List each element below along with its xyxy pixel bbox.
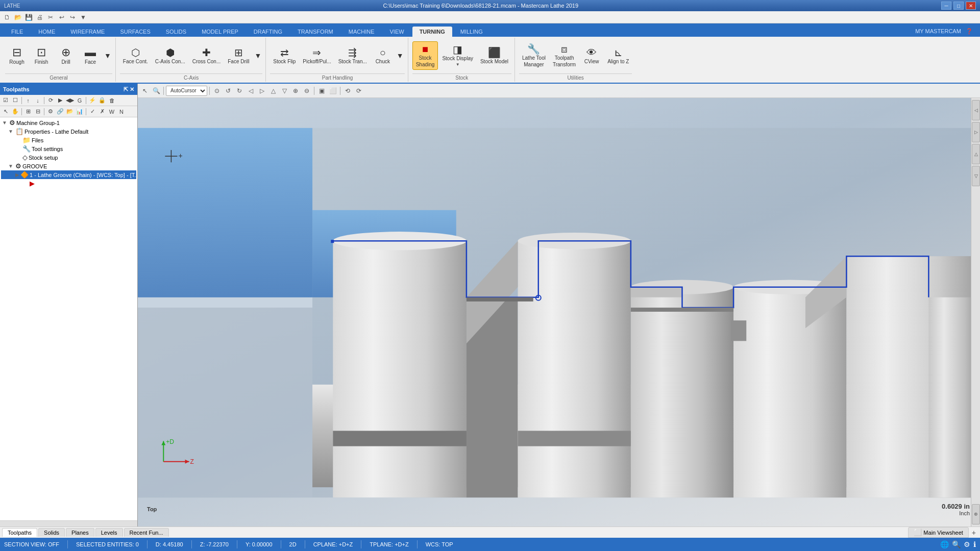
tp-cursor[interactable]: ↖ [1, 107, 10, 116]
view-control-2[interactable]: ▷ [972, 122, 980, 142]
tab-recent-fun[interactable]: Recent Fun... [124, 528, 169, 537]
stock-display-button[interactable]: ◨ Stock Display ▼ [439, 42, 476, 69]
restore-button[interactable]: □ [953, 2, 964, 10]
tp-post[interactable]: G [75, 96, 84, 105]
view-control-3[interactable]: △ [972, 144, 980, 164]
tree-item-properties[interactable]: ▼ 📋 Properties - Lathe Default [1, 127, 136, 136]
tp-close-button[interactable]: ✕ [130, 86, 134, 92]
status-settings-icon[interactable]: ⚙ [964, 540, 970, 548]
tab-surfaces[interactable]: SURFACES [113, 27, 157, 37]
vp-btn-9[interactable]: ⊖ [302, 86, 312, 96]
main-viewsheet-tab[interactable]: ⬜ Main Viewsheet [908, 527, 968, 538]
face-button[interactable]: ▬ Face [79, 45, 102, 67]
status-globe-icon[interactable]: 🌐 [940, 540, 949, 548]
tp-chain[interactable]: 🔗 [56, 107, 65, 116]
caxis-more-button[interactable]: ▼ [254, 50, 263, 61]
vp-window-btn[interactable]: ⬜ [328, 86, 338, 96]
tp-group[interactable]: 📂 [65, 107, 75, 116]
align-to-z-button[interactable]: ⊾ Align to Z [604, 45, 632, 66]
tab-drafting[interactable]: DRAFTING [247, 27, 289, 37]
tp-deselect[interactable]: ☐ [11, 96, 20, 105]
tab-planes[interactable]: Planes [66, 528, 94, 537]
tab-transform[interactable]: TRANSFORM [290, 27, 340, 37]
tree-item-groove[interactable]: ▼ ⚙ GROOVE [1, 162, 136, 170]
toolpaths-tree[interactable]: ▼ ⚙ Machine Group-1 ▼ 📋 Properties - Lat… [0, 117, 137, 520]
vp-select-btn[interactable]: ▣ [316, 86, 327, 96]
stock-tran-button[interactable]: ⇶ Stock Tran... [335, 45, 370, 66]
tree-item-files[interactable]: 📁 Files [1, 136, 136, 144]
tree-item-tool-settings[interactable]: 🔧 Tool settings [1, 144, 136, 153]
view-control-4[interactable]: ▽ [972, 166, 980, 186]
minimize-button[interactable]: ─ [941, 2, 951, 10]
undo-button[interactable]: ↩ [57, 12, 67, 22]
tab-file[interactable]: FILE [4, 27, 30, 37]
vp-btn-3[interactable]: ↻ [234, 86, 244, 96]
caxis-con-button[interactable]: ⬢ C-Axis Con... [152, 45, 188, 66]
viewport[interactable]: ↖ 🔍 AutoCursor ⊙ ↺ ↻ ◁ ▷ △ ▽ ⊕ ⊖ ▣ ⬜ ⟲ ⟳ [138, 84, 980, 527]
tp-enable[interactable]: ✓ [88, 107, 97, 116]
save-button[interactable]: 💾 [23, 12, 34, 22]
stock-model-button[interactable]: ⬛ Stock Model [477, 45, 511, 66]
tp-collapse-all[interactable]: ⊟ [33, 107, 42, 116]
tp-move-up[interactable]: ↑ [23, 96, 33, 105]
cut-button[interactable]: ✂ [45, 12, 56, 22]
tp-verify[interactable]: ▶ [56, 96, 65, 105]
general-more-button[interactable]: ▼ [103, 50, 112, 61]
vp-btn-6[interactable]: △ [268, 86, 278, 96]
tab-levels[interactable]: Levels [95, 528, 123, 537]
toolpath-transform-button[interactable]: ⧈ Toolpath Transform [550, 42, 579, 69]
tab-solids[interactable]: SOLIDS [159, 27, 193, 37]
tp-hand[interactable]: ✋ [11, 107, 20, 116]
face-drill-button[interactable]: ⊞ Face Drill [225, 45, 252, 66]
tab-machine[interactable]: MACHINE [341, 27, 382, 37]
tab-turning[interactable]: TURNING [412, 27, 452, 37]
new-button[interactable]: 🗋 [2, 12, 12, 22]
toolpaths-scrollbar[interactable] [0, 520, 137, 527]
add-viewsheet-button[interactable]: + [970, 529, 978, 537]
vp-btn-8[interactable]: ⊕ [290, 86, 301, 96]
print-button[interactable]: 🖨 [35, 12, 45, 22]
tree-item-machine-group[interactable]: ▼ ⚙ Machine Group-1 [1, 118, 136, 127]
vp-btn-4[interactable]: ◁ [246, 86, 256, 96]
tab-wireframe[interactable]: WIREFRAME [63, 27, 112, 37]
tp-select-all[interactable]: ☑ [1, 96, 10, 105]
tp-properties[interactable]: ⚙ [46, 107, 55, 116]
tp-lock[interactable]: 🔒 [97, 96, 107, 105]
tab-view[interactable]: VIEW [383, 27, 411, 37]
tab-milling[interactable]: MILLING [453, 27, 490, 37]
view-control-1[interactable]: ◁ [972, 100, 980, 120]
tree-item-play[interactable]: ▶ [1, 179, 136, 188]
autocursor-dropdown[interactable]: AutoCursor [166, 86, 207, 96]
tp-expand-all[interactable]: ⊞ [23, 107, 33, 116]
vp-btn-5[interactable]: ▷ [257, 86, 267, 96]
close-button[interactable]: ✕ [966, 2, 976, 10]
tp-float-button[interactable]: ⇱ [124, 86, 128, 92]
vp-zoom-btn[interactable]: 🔍 [151, 86, 161, 96]
tp-disable[interactable]: ✗ [97, 107, 107, 116]
tp-regen[interactable]: ⟳ [46, 96, 55, 105]
status-search-icon[interactable]: 🔍 [952, 540, 961, 548]
rough-button[interactable]: ⊟ Rough [5, 45, 29, 67]
redo-button[interactable]: ↪ [67, 12, 78, 22]
cview-button[interactable]: 👁 CView [580, 45, 603, 66]
tp-nc[interactable]: N [117, 107, 126, 116]
vp-undo-view[interactable]: ⟲ [342, 86, 353, 96]
face-cont-button[interactable]: ⬡ Face Cont. [120, 45, 151, 66]
tab-toolpaths[interactable]: Toolpaths [2, 528, 37, 537]
vp-btn-7[interactable]: ▽ [279, 86, 289, 96]
more-button[interactable]: ▼ [78, 12, 88, 22]
tab-solids[interactable]: Solids [38, 528, 65, 537]
vp-btn-1[interactable]: ⊙ [212, 86, 222, 96]
lathe-tool-manager-button[interactable]: 🔧 Lathe Tool Manager [519, 42, 549, 69]
tree-item-stock-setup[interactable]: ◇ Stock setup [1, 153, 136, 162]
stock-shading-button[interactable]: ■ Stock Shading [412, 41, 438, 70]
tp-high-feed[interactable]: ⚡ [88, 96, 97, 105]
finish-button[interactable]: ⊡ Finish [30, 45, 53, 67]
tp-move-down[interactable]: ↓ [33, 96, 42, 105]
status-info-icon[interactable]: ℹ [973, 540, 976, 548]
tp-backplot[interactable]: ◀▶ [65, 96, 75, 105]
vp-cursor-btn[interactable]: ↖ [140, 86, 150, 96]
part-handling-more-button[interactable]: ▼ [396, 50, 405, 61]
cross-con-button[interactable]: ✚ Cross Con... [189, 45, 224, 66]
tab-home[interactable]: HOME [31, 27, 62, 37]
